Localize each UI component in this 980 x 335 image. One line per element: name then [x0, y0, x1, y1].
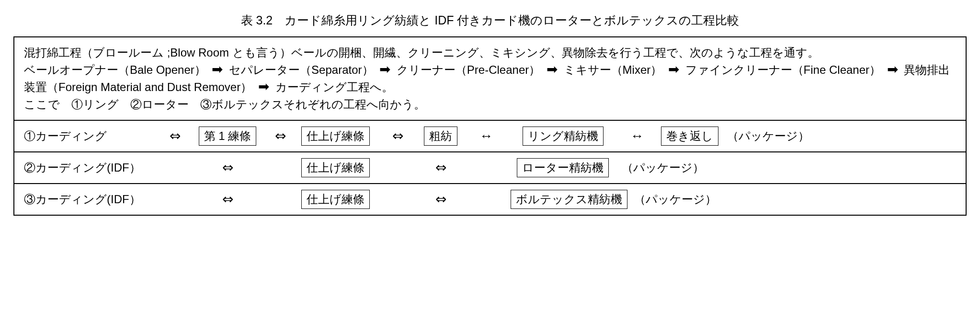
step-box: 第 1 練條 — [199, 127, 257, 146]
package-suffix: （パッケージ） — [622, 159, 704, 176]
arrow-both-open-icon: ⇔ — [275, 129, 286, 143]
flow-step: ベールオープナー（Bale Opener） — [24, 63, 206, 76]
step-box: 粗紡 — [424, 127, 457, 146]
step-box: リング精紡機 — [523, 127, 604, 146]
intro-block: 混打綿工程（ブロールーム ;Blow Room とも言う）ベールの開梱、開繊、ク… — [14, 37, 966, 121]
row-label: ③カーディング(IDF） — [24, 191, 163, 208]
flow-step: カーディング工程へ。 — [275, 81, 393, 93]
package-suffix: （パッケージ） — [634, 191, 717, 208]
arrow-both-open-icon: ⇔ — [392, 129, 403, 143]
step-box: ローター精紡機 — [517, 158, 609, 177]
arrow-both-solid-icon: ↔ — [479, 129, 493, 143]
process-row-vortex: ③カーディング(IDF） ⇔ 仕上げ練條 ⇔ ボルテックス精紡機 （パッケージ） — [14, 184, 966, 215]
package-suffix: （パッケージ） — [727, 127, 809, 145]
process-row-ring: ①カーディング ⇔ 第 1 練條 ⇔ 仕上げ練條 ⇔ 粗紡 ↔ リング精紡機 ↔… — [14, 121, 966, 152]
step-box: 仕上げ練條 — [301, 158, 370, 177]
arrow-right-icon: ➡ — [547, 63, 558, 76]
flow-step: クリーナー（Pre-Cleaner） — [397, 63, 540, 76]
arrow-right-icon: ➡ — [379, 63, 390, 76]
step-box: 仕上げ練條 — [301, 190, 370, 209]
step-box: 巻き返し — [661, 127, 718, 146]
arrow-both-open-icon: ⇔ — [222, 161, 233, 174]
arrow-right-icon: ➡ — [258, 80, 269, 93]
arrow-both-open-icon: ⇔ — [170, 129, 181, 143]
flow-step: ファインクリーナー（Fine Cleaner） — [685, 63, 881, 76]
step-box: 仕上げ練條 — [301, 127, 370, 146]
table-title: 表 3.2 カード綿糸用リング紡績と IDF 付きカード機のローターとボルテック… — [13, 12, 967, 30]
step-box: ボルテックス精紡機 — [511, 190, 627, 209]
arrow-both-open-icon: ⇔ — [222, 193, 233, 206]
arrow-both-solid-icon: ↔ — [630, 129, 644, 143]
arrow-both-open-icon: ⇔ — [435, 193, 446, 206]
row-label: ②カーディング(IDF） — [24, 159, 163, 176]
arrow-both-open-icon: ⇔ — [435, 161, 446, 174]
flow-step: セパレーター（Separator） — [229, 63, 373, 76]
intro-branch: ここで ①リング ②ローター ③ボルテックスそれぞれの工程へ向かう。 — [24, 96, 956, 113]
arrow-right-icon: ➡ — [212, 63, 223, 76]
arrow-right-icon: ➡ — [668, 63, 679, 76]
arrow-right-icon: ➡ — [887, 63, 898, 76]
comparison-table: 混打綿工程（ブロールーム ;Blow Room とも言う）ベールの開梱、開繊、ク… — [13, 36, 967, 216]
flow-step: ミキサー（Mixer） — [564, 63, 662, 76]
first-step: ①カーディング — [24, 127, 107, 145]
intro-line-1: 混打綿工程（ブロールーム ;Blow Room とも言う）ベールの開梱、開繊、ク… — [24, 44, 956, 61]
process-row-rotor: ②カーディング(IDF） ⇔ 仕上げ練條 ⇔ ローター精紡機 （パッケージ） — [14, 152, 966, 184]
first-step: ③カーディング(IDF） — [24, 191, 141, 208]
intro-flow: ベールオープナー（Bale Opener） ➡ セパレーター（Separator… — [24, 61, 956, 96]
first-step: ②カーディング(IDF） — [24, 159, 141, 176]
row-label: ①カーディング — [24, 127, 163, 145]
